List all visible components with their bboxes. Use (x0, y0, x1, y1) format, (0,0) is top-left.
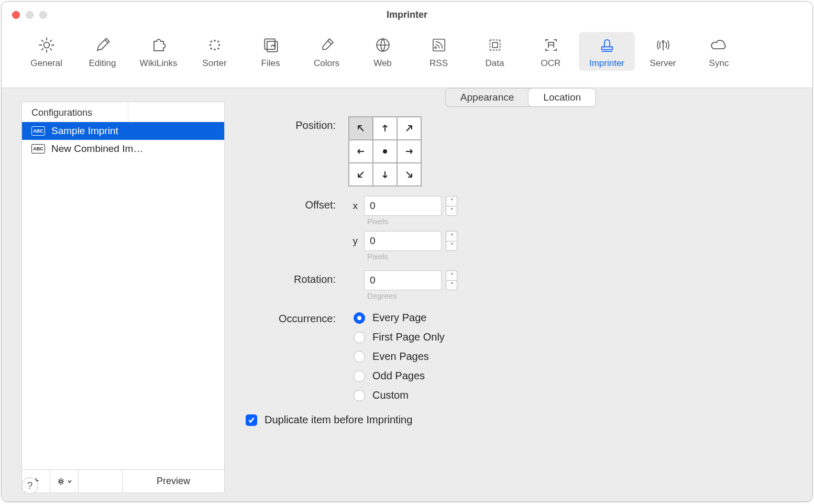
occurrence-odd-pages[interactable]: Odd Pages (354, 370, 445, 382)
occurrence-first-page[interactable]: First Page Only (354, 331, 445, 343)
occurrence-custom[interactable]: Custom (354, 389, 445, 401)
stepper-down-icon[interactable]: ˅ (446, 206, 457, 216)
position-left[interactable] (349, 140, 373, 163)
tab-imprinter[interactable]: Imprinter (579, 32, 635, 71)
position-center[interactable] (373, 140, 397, 163)
position-bottom[interactable] (373, 163, 397, 186)
data-icon (485, 35, 505, 55)
position-right[interactable] (397, 140, 421, 163)
svg-point-16 (383, 150, 387, 153)
position-bottom-right[interactable] (397, 163, 421, 186)
rotation-stepper[interactable]: ˄ ˅ (446, 270, 457, 290)
close-window-button[interactable] (12, 11, 20, 19)
imprint-icon: ABC (31, 126, 45, 136)
tab-files[interactable]: Files (243, 32, 299, 71)
globe-icon (373, 35, 393, 55)
duplicate-before-imprinting-checkbox[interactable]: Duplicate item before Imprinting (246, 414, 798, 426)
tab-wikilinks[interactable]: WikiLinks (130, 32, 186, 71)
configuration-actions-button[interactable] (50, 470, 79, 492)
titlebar: Imprinter (2, 2, 812, 28)
configurations-sidebar: Configurations ABC Sample Imprint ABC Ne… (21, 102, 225, 493)
radio-icon (354, 370, 365, 382)
subtabs: Appearance Location (445, 88, 596, 107)
offset-y-units: Pixels (367, 252, 457, 261)
sidebar-footer-spacer (79, 470, 123, 492)
content-area: Configurations ABC Sample Imprint ABC Ne… (2, 88, 812, 501)
traffic-lights (12, 11, 47, 19)
occurrence-radios: Every Page First Page Only Even Pages (348, 310, 445, 401)
radio-icon (354, 312, 365, 324)
svg-rect-13 (492, 42, 498, 48)
gear-icon (37, 35, 57, 55)
svg-point-6 (210, 48, 212, 49)
ocr-icon (541, 35, 561, 55)
offset-x-input[interactable] (364, 196, 442, 216)
position-bottom-left[interactable] (349, 163, 373, 186)
svg-point-2 (214, 40, 215, 41)
minimize-window-button[interactable] (26, 11, 34, 19)
files-icon (261, 35, 281, 55)
configuration-item[interactable]: ABC Sample Imprint (22, 122, 224, 140)
offset-y-stepper[interactable]: ˄ ˅ (446, 231, 457, 251)
svg-point-3 (217, 41, 219, 42)
svg-rect-9 (265, 39, 275, 49)
position-grid (348, 116, 422, 187)
radio-icon (354, 332, 365, 343)
svg-rect-10 (267, 41, 277, 52)
stepper-up-icon[interactable]: ˄ (446, 196, 457, 206)
tab-data[interactable]: Data (467, 32, 523, 71)
sidebar-footer: + Preview (22, 469, 224, 492)
occurrence-every-page[interactable]: Every Page (354, 312, 445, 324)
position-top-right[interactable] (397, 117, 421, 140)
occurrence-even-pages[interactable]: Even Pages (354, 350, 445, 363)
help-button[interactable]: ? (21, 477, 38, 494)
position-label: Position: (244, 116, 348, 132)
tab-general[interactable]: General (18, 32, 74, 71)
tab-web[interactable]: Web (355, 32, 411, 71)
subtab-location[interactable]: Location (529, 89, 596, 106)
tab-editing[interactable]: Editing (74, 32, 130, 71)
rss-icon (429, 35, 449, 55)
checkbox-icon (246, 414, 257, 426)
rotation-units: Degrees (367, 291, 457, 300)
position-top[interactable] (373, 117, 397, 140)
rotation-input[interactable] (364, 270, 442, 290)
tab-ocr[interactable]: OCR (523, 32, 579, 71)
position-top-left[interactable] (349, 117, 373, 140)
radio-icon (354, 351, 365, 363)
tab-server[interactable]: Server (635, 32, 691, 71)
offset-y-input[interactable] (364, 231, 442, 251)
zoom-window-button[interactable] (39, 11, 47, 19)
tab-colors[interactable]: Colors (299, 32, 355, 71)
tab-sync[interactable]: Sync (691, 32, 747, 71)
configuration-label: New Combined Im… (51, 143, 143, 155)
rotation-label: Rotation: (244, 270, 348, 286)
tab-rss[interactable]: RSS (411, 32, 467, 71)
svg-point-8 (217, 48, 219, 49)
chevron-down-icon (67, 479, 72, 484)
tab-sorter[interactable]: Sorter (186, 32, 243, 71)
sorter-icon (205, 35, 225, 55)
offset-x-stepper[interactable]: ˄ ˅ (446, 196, 457, 216)
stepper-down-icon[interactable]: ˅ (446, 280, 457, 291)
offset-y-label: y (348, 235, 358, 247)
stepper-up-icon[interactable]: ˄ (446, 270, 457, 280)
antenna-icon (653, 35, 673, 55)
svg-point-15 (59, 480, 62, 483)
window-title: Imprinter (387, 9, 427, 20)
preview-button[interactable]: Preview (123, 470, 224, 492)
svg-rect-12 (433, 39, 444, 51)
preferences-toolbar: General Editing WikiLinks Sorter Files (2, 28, 812, 88)
sidebar-header: Configurations (22, 102, 224, 122)
subtab-appearance[interactable]: Appearance (446, 89, 529, 106)
imprint-icon: ABC (31, 144, 45, 154)
stepper-down-icon[interactable]: ˅ (446, 241, 457, 251)
gear-icon (57, 476, 67, 487)
configuration-item[interactable]: ABC New Combined Im… (22, 140, 224, 158)
offset-x-units: Pixels (367, 217, 457, 226)
offset-x-label: x (348, 200, 358, 212)
stepper-up-icon[interactable]: ˄ (446, 231, 457, 241)
configuration-label: Sample Imprint (51, 125, 118, 137)
cloud-icon (709, 35, 729, 55)
brush-icon (317, 35, 337, 55)
